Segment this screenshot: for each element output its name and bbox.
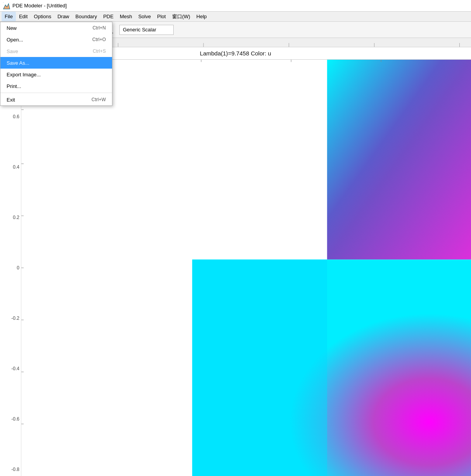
y-tick-2: 0.4 <box>13 164 19 170</box>
menu-draw[interactable]: Draw <box>54 12 72 21</box>
menu-options[interactable]: Options <box>31 12 54 21</box>
svg-rect-19 <box>192 260 327 476</box>
y-tick-4: 0 <box>17 265 19 271</box>
window-title: PDE Modeler - [Untitled] <box>12 3 67 9</box>
menu-new[interactable]: New Ctrl+N <box>0 22 112 34</box>
menu-open[interactable]: Open... Ctrl+O <box>0 34 112 45</box>
application-type-label: Generic Scalar <box>119 25 174 35</box>
title-bar: PDE Modeler - [Untitled] <box>0 0 471 12</box>
y-tick-5: -0.2 <box>11 316 19 321</box>
y-axis: 0.8 0.6 0.4 0.2 0 -0.2 -0.4 -0.6 -0.8 <box>0 60 21 476</box>
menu-mesh[interactable]: Mesh <box>117 12 135 21</box>
menu-boundary[interactable]: Boundary <box>72 12 100 21</box>
menu-edit[interactable]: Edit <box>16 12 31 21</box>
menu-file[interactable]: File <box>2 12 16 21</box>
menu-save-as[interactable]: Save As... <box>0 57 112 69</box>
main-content: 0.8 0.6 0.4 0.2 0 -0.2 -0.4 -0.6 -0.8 <box>0 60 471 476</box>
app-icon <box>3 2 10 9</box>
file-dropdown-menu: New Ctrl+N Open... Ctrl+O Save Ctrl+S Sa… <box>0 22 112 106</box>
svg-rect-20 <box>327 60 471 260</box>
menu-bar: File Edit Options Draw Boundary PDE Mesh… <box>0 12 471 22</box>
menu-solve[interactable]: Solve <box>135 12 154 21</box>
menu-pde[interactable]: PDE <box>100 12 117 21</box>
y-tick-7: -0.6 <box>11 416 19 422</box>
menu-help[interactable]: Help <box>193 12 210 21</box>
y-tick-1: 0.6 <box>13 114 19 119</box>
menu-window[interactable]: 窗口(W) <box>169 12 193 21</box>
menu-print[interactable]: Print... <box>0 80 112 92</box>
menu-save[interactable]: Save Ctrl+S <box>0 45 112 57</box>
menu-plot[interactable]: Plot <box>154 12 169 21</box>
y-tick-8: -0.8 <box>11 467 19 472</box>
menu-export-image[interactable]: Export Image... <box>0 69 112 80</box>
plot-area[interactable] <box>21 60 471 476</box>
menu-separator <box>0 93 112 93</box>
menu-exit[interactable]: Exit Ctrl+W <box>0 94 112 105</box>
lambda-info: Lambda(1)=9.7458 Color: u <box>200 50 271 57</box>
y-tick-6: -0.4 <box>11 366 19 371</box>
y-tick-3: 0.2 <box>13 215 19 220</box>
